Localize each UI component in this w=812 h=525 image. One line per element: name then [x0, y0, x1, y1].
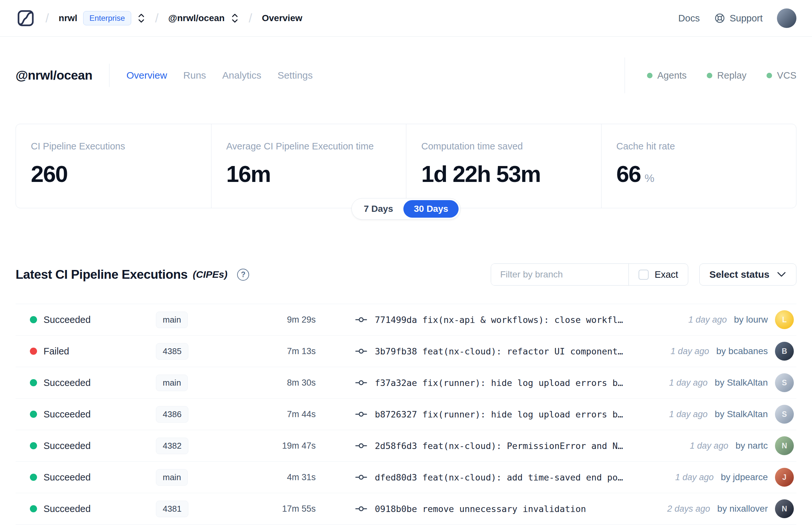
status-label: Succeeded — [44, 472, 91, 483]
chevron-up-down-icon[interactable] — [231, 12, 239, 24]
tab-runs[interactable]: Runs — [183, 70, 206, 81]
tab-overview[interactable]: Overview — [126, 70, 167, 81]
user-avatar[interactable] — [777, 9, 796, 28]
stat-label: Average CI Pipeline Execution time — [226, 141, 392, 152]
status-dot-icon — [30, 411, 37, 418]
branch-badge[interactable]: main — [156, 469, 188, 486]
branch-cell: 4381 — [156, 501, 263, 517]
table-row[interactable]: Succeeded main 8m 30s f37a32ae fix(runne… — [16, 367, 796, 399]
support-label: Support — [730, 13, 763, 24]
commit-hash: 771499da — [375, 315, 417, 325]
question-mark-circle-icon[interactable]: ? — [237, 269, 249, 281]
author-avatar: S — [775, 373, 794, 392]
time-ago-label: 1 day ago — [675, 472, 714, 482]
stat-suffix: % — [644, 172, 654, 184]
git-commit-icon — [355, 505, 367, 513]
commit-cell: 3b79fb38 feat(nx-cloud): refactor UI com… — [316, 346, 658, 356]
status-indicators: Agents Replay VCS — [647, 70, 796, 81]
branch-badge[interactable]: main — [156, 375, 188, 391]
author-label: by nixallover — [717, 504, 768, 514]
tab-analytics[interactable]: Analytics — [222, 70, 261, 81]
exact-checkbox[interactable] — [639, 270, 649, 280]
branch-badge[interactable]: 4385 — [156, 343, 188, 360]
stat-card-computation-time-saved: Computation time saved 1d 22h 53m — [406, 124, 601, 208]
author-label: by StalkAltan — [715, 377, 768, 388]
status-dot-icon — [30, 379, 37, 386]
commit-cell: f37a32ae fix(runner): hide log upload er… — [316, 378, 656, 388]
status-cell: Succeeded — [30, 409, 156, 420]
commit-subject: feat(nx-cloud): add time-saved end po… — [422, 472, 623, 482]
time-ago-label: 2 days ago — [667, 504, 710, 514]
chevron-up-down-icon[interactable] — [137, 12, 145, 24]
git-commit-icon — [355, 378, 367, 387]
duration-label: 9m 29s — [263, 315, 316, 325]
table-row[interactable]: Succeeded main 9m 29s 771499da fix(nx-ap… — [16, 304, 796, 335]
status-label: Succeeded — [44, 504, 91, 514]
table-row[interactable]: Succeeded main 4m 31s dfed80d3 feat(nx-c… — [16, 462, 796, 493]
select-status-button[interactable]: Select status — [699, 264, 796, 286]
branch-badge[interactable]: 4382 — [156, 438, 188, 454]
commit-message: 2d58f6d3 feat(nx-cloud): PermissionError… — [375, 441, 623, 451]
commit-message: b8726327 fix(runner): hide log upload er… — [375, 409, 623, 419]
cipe-table: Succeeded main 9m 29s 771499da fix(nx-ap… — [16, 304, 796, 525]
commit-hash: dfed80d3 — [375, 472, 417, 482]
table-row[interactable]: Succeeded 4386 7m 44s b8726327 fix(runne… — [16, 399, 796, 430]
branch-badge[interactable]: 4386 — [156, 406, 188, 423]
workspace-header: @nrwl/ocean Overview Runs Analytics Sett… — [16, 58, 796, 93]
branch-cell: main — [156, 375, 263, 391]
duration-label: 4m 31s — [263, 472, 316, 482]
support-link[interactable]: Support — [714, 12, 763, 24]
duration-label: 7m 44s — [263, 409, 316, 419]
status-cell: Succeeded — [30, 440, 156, 451]
branch-filter-input[interactable] — [491, 264, 628, 285]
author-avatar: N — [775, 499, 794, 518]
commit-subject: fix(nx-api & workflows): close workfl… — [422, 315, 623, 325]
meta-cell: 1 day ago by StalkAltan S — [656, 373, 794, 392]
status-label: Succeeded — [44, 409, 91, 420]
author-label: by lourw — [734, 314, 768, 325]
branch-badge[interactable]: main — [156, 312, 188, 328]
time-ago-label: 1 day ago — [669, 409, 708, 419]
stat-value: 16m — [226, 161, 271, 187]
branch-filter-group: Exact — [491, 264, 688, 286]
indicator-vcs[interactable]: VCS — [767, 70, 796, 81]
docs-link[interactable]: Docs — [678, 13, 700, 24]
table-row[interactable]: Failed 4385 7m 13s 3b79fb38 feat(nx-clou… — [16, 335, 796, 367]
git-commit-icon — [355, 315, 367, 324]
cipe-section-header: Latest CI Pipeline Executions (CIPEs) ? … — [16, 264, 796, 286]
breadcrumb-separator: / — [45, 11, 49, 25]
author-avatar: J — [775, 468, 794, 487]
commit-hash: 3b79fb38 — [375, 346, 417, 356]
commit-message: f37a32ae fix(runner): hide log upload er… — [375, 378, 623, 388]
org-name: nrwl — [59, 13, 78, 24]
table-row[interactable]: Succeeded 4381 17m 55s 0918b0be remove u… — [16, 493, 796, 525]
section-title: Latest CI Pipeline Executions — [16, 267, 187, 282]
status-dot-icon — [30, 474, 37, 481]
time-ago-label: 1 day ago — [688, 315, 727, 325]
range-option-30-days[interactable]: 30 Days — [403, 200, 459, 217]
navbar-actions: Docs Support — [678, 9, 796, 28]
section-subtitle: (CIPEs) — [193, 269, 227, 280]
indicator-agents[interactable]: Agents — [647, 70, 687, 81]
stat-label: Computation time saved — [421, 141, 586, 152]
status-cell: Succeeded — [30, 504, 156, 514]
table-row[interactable]: Succeeded 4382 19m 47s 2d58f6d3 feat(nx-… — [16, 430, 796, 462]
indicator-label: Agents — [657, 70, 687, 81]
branch-cell: 4382 — [156, 438, 263, 454]
meta-cell: 1 day ago by bcabanes B — [658, 342, 794, 361]
author-label: by StalkAltan — [715, 409, 768, 419]
commit-hash: 2d58f6d3 — [375, 441, 417, 451]
branch-badge[interactable]: 4381 — [156, 501, 188, 517]
tab-settings[interactable]: Settings — [277, 70, 312, 81]
workspace-name: @nrwl/ocean — [168, 13, 225, 24]
breadcrumb-workspace-selector[interactable]: @nrwl/ocean — [168, 12, 239, 24]
breadcrumb-page[interactable]: Overview — [262, 13, 302, 24]
commit-cell: b8726327 fix(runner): hide log upload er… — [316, 409, 656, 419]
commit-subject: remove unnecessary invalidation — [422, 504, 586, 514]
nx-cloud-logo-icon[interactable] — [16, 8, 36, 28]
indicator-replay[interactable]: Replay — [707, 70, 746, 81]
git-commit-icon — [355, 410, 367, 418]
range-option-7-days[interactable]: 7 Days — [353, 200, 403, 217]
lifebuoy-icon — [714, 12, 725, 24]
breadcrumb-org-selector[interactable]: nrwl Enterprise — [59, 11, 145, 25]
